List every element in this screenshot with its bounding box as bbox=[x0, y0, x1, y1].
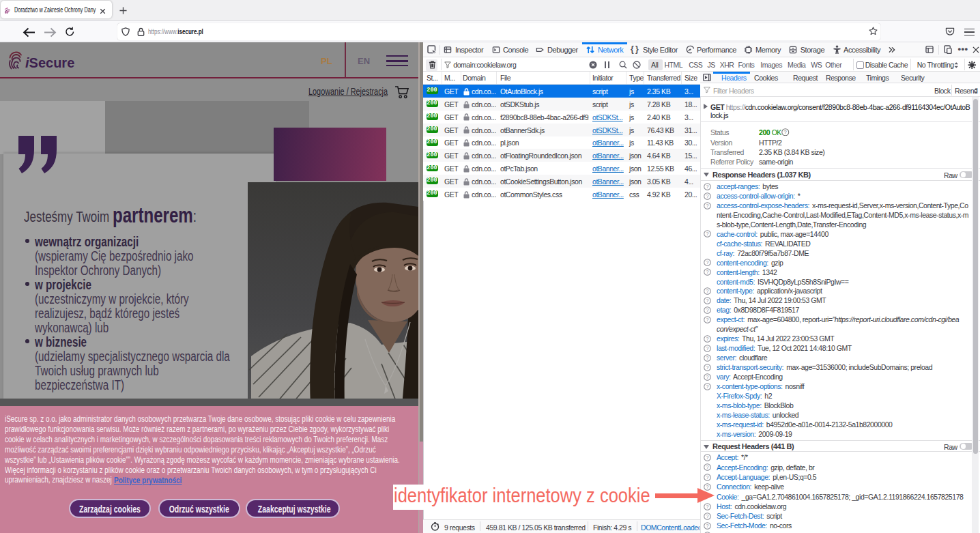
svg-text:?: ? bbox=[706, 513, 708, 519]
svg-text:?: ? bbox=[706, 523, 708, 529]
svg-text:?: ? bbox=[706, 317, 708, 323]
svg-text:?: ? bbox=[706, 374, 708, 380]
svg-text:?: ? bbox=[784, 129, 787, 135]
svg-text:?: ? bbox=[706, 259, 708, 265]
svg-text:?: ? bbox=[706, 474, 708, 480]
svg-text:?: ? bbox=[706, 269, 708, 275]
svg-text:?: ? bbox=[706, 231, 708, 237]
svg-text:?: ? bbox=[706, 504, 708, 510]
svg-text:?: ? bbox=[706, 298, 708, 304]
svg-text:?: ? bbox=[706, 193, 708, 199]
svg-text:?: ? bbox=[706, 384, 708, 390]
svg-text:?: ? bbox=[706, 455, 708, 461]
svg-text:?: ? bbox=[706, 364, 708, 371]
svg-text:?: ? bbox=[706, 307, 708, 313]
svg-text:?: ? bbox=[706, 464, 708, 470]
svg-text:?: ? bbox=[706, 336, 708, 342]
svg-text:?: ? bbox=[706, 355, 708, 361]
svg-text:?: ? bbox=[706, 345, 708, 351]
svg-text:?: ? bbox=[706, 288, 708, 294]
svg-text:?: ? bbox=[706, 203, 708, 209]
svg-text:?: ? bbox=[706, 184, 708, 190]
